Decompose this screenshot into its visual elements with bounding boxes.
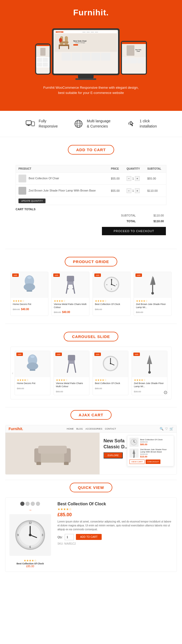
carousel-section: CAROUSEL SLIDE ‹ sale ★★★★☆ Home Decors … (0, 324, 182, 407)
qty-increase-1[interactable]: + (135, 176, 140, 181)
product-grid-section: PRODUCT GRIDE sale ★★★★☆ Home Decors Pot… (0, 249, 182, 324)
qv-product-thumbnail-name: Best Collection Of Clock (16, 562, 44, 565)
product-card-4[interactable]: sale ★★★★☆ Zed Brown Jute Shade Floor La… (134, 272, 172, 316)
cart-item-1-name: Best Collection Of Chair (29, 177, 59, 180)
product-grid: sale ★★★★☆ Home Decors Pot $80.00 $40.00 (5, 272, 177, 316)
product-info-4: ★★★★☆ Zed Brown Jute Shade Floor Lamp Wi… (134, 298, 171, 316)
ajax-nav: HOME BLOG ACCESSORIES CONTACT (67, 428, 116, 430)
svg-rect-61 (64, 462, 69, 465)
carousel-item-1[interactable]: sale ★★★★☆ Home Decors Pot $80.00 (15, 351, 50, 395)
svg-line-47 (74, 364, 76, 372)
add-to-cart-section: ADD TO CART PRODUCT PRICE QUANTITY SUBTO… (0, 137, 182, 249)
search-icon[interactable]: 🔍 (160, 427, 164, 431)
carousel-item-4[interactable]: sale ★★★★☆ Zed Brown Jute Shade Floor La… (132, 351, 167, 395)
popup-item-2-old-price: $150.00 (140, 453, 172, 455)
carousel-item-2[interactable]: sale ★★★★☆ Vienna Metal Patio Chairs Mul… (54, 351, 89, 395)
product-card-3[interactable]: sale 12 6 9 3 ★★★★☆ Best Collection Of C… (93, 272, 131, 316)
svg-rect-44 (68, 355, 75, 361)
svg-point-18 (24, 283, 35, 291)
carousel-old-price-2: $80.00 (56, 390, 63, 393)
wishlist-icon[interactable]: ♡ (165, 427, 168, 431)
product-badge-2: sale (53, 273, 60, 277)
popup-item-1-img (129, 438, 139, 447)
checkout-button[interactable]: CHECKOUT (146, 460, 160, 464)
nav-item-accessories[interactable]: ACCESSORIES (86, 428, 102, 430)
qv-next-arrow[interactable]: → (28, 508, 32, 512)
qty-decrease-2[interactable]: − (127, 188, 131, 193)
phone-mockup (35, 43, 51, 75)
cart-totals: CART TOTALS SUBTOTAL $110.00 TOTAL $110.… (16, 208, 166, 236)
carousel-demo: ‹ sale ★★★★☆ Home Decors Pot $80.00 (10, 347, 172, 399)
globe-icon (73, 119, 84, 129)
nav-item-contact[interactable]: CONTACT (105, 428, 116, 430)
carousel-prev-arrow[interactable]: ‹ (12, 371, 13, 375)
qv-thumb-1[interactable] (20, 502, 24, 506)
carousel-badge-3: sale (94, 353, 101, 356)
qty-increase-2[interactable]: + (135, 188, 140, 193)
qv-thumb-2[interactable] (25, 502, 30, 506)
cart-item-2-product: Zed Brown Jute Shade Floor Lamp With Bro… (16, 185, 108, 197)
cart-item-2-name: Zed Brown Jute Shade Floor Lamp With Bro… (29, 189, 96, 192)
svg-rect-21 (67, 276, 74, 282)
svg-point-43 (30, 355, 35, 358)
product-stars-3: ★★★★☆ (95, 299, 128, 302)
product-card-1[interactable]: sale ★★★★☆ Home Decors Pot $80.00 $40.00 (10, 272, 48, 316)
product-grid-title: PRODUCT GRIDE (5, 257, 177, 266)
carousel-name-2: Vienna Metal Patio Chairs Multi Colour (56, 382, 87, 388)
quick-view-label[interactable]: QUICK VIEW (70, 483, 113, 492)
cart-icon[interactable]: 🛒 (170, 427, 173, 431)
explore-button[interactable]: EXPLORE (103, 452, 123, 458)
svg-point-41 (27, 362, 38, 370)
phone-screen (36, 44, 50, 74)
view-cart-button[interactable]: VIEW CART (129, 460, 145, 464)
cart-demo: PRODUCT PRICE QUANTITY SUBTOTAL Best Col… (5, 160, 177, 241)
carousel-badge-2: sale (55, 353, 62, 356)
qv-thumb-3[interactable] (31, 502, 35, 506)
carousel-name-1: Home Decors Pot (17, 382, 48, 385)
proceed-checkout-button[interactable]: PROCEED TO CHECKOUT (102, 227, 166, 235)
nav-item-blog[interactable]: BLOG (76, 428, 83, 430)
quick-view-title: QUICK VIEW (5, 483, 177, 492)
product-badge-3: sale (94, 273, 101, 277)
quickview-left: → 12 6 9 3 ★★★★☆ Best Collection Of Clo (9, 502, 51, 568)
product-card-2[interactable]: sale ★★★★☆ Vienna Metal Patio Chairs Mul… (51, 272, 89, 316)
popup-item-2: Zed Brown Jute Shade Floor Lamp With Bro… (129, 448, 172, 458)
add-to-cart-label[interactable]: ADD TO CART (68, 145, 114, 155)
cart-item-1-price: $55.00 (108, 173, 124, 185)
svg-text:12: 12 (110, 279, 112, 280)
responsive-icon (25, 119, 36, 129)
qv-thumb-4[interactable] (36, 502, 40, 506)
carousel-label[interactable]: CAROUSEL SLIDE (64, 332, 118, 341)
tablet-screen: New SofaChair (122, 42, 146, 74)
ajax-header: Furnihit. HOME BLOG ACCESSORIES CONTACT … (5, 425, 177, 433)
carousel-item-3[interactable]: sale ★★★★☆ Best Collection Of Clock $85.… (93, 351, 128, 395)
qv-qty-input[interactable] (65, 534, 74, 540)
quick-view-section: QUICK VIEW → 12 6 (0, 480, 182, 577)
carousel-info-3: ★★★★☆ Best Collection Of Clock $85.00 (93, 377, 128, 392)
product-old-price-3: $85.00 (95, 308, 102, 311)
popup-item-1-price: $85.00 (140, 443, 162, 446)
carousel-info-2: ★★★★☆ Vienna Metal Patio Chairs Multi Co… (54, 377, 89, 395)
svg-rect-19 (27, 290, 32, 292)
ajax-cart-label[interactable]: AJAX CART (70, 410, 112, 420)
total-value: $110.00 (138, 219, 166, 224)
update-cart-button[interactable]: UPDATE QUANTITY (18, 199, 46, 203)
product-grid-label[interactable]: PRODUCT GRIDE (65, 257, 118, 266)
qv-add-to-cart-button[interactable]: ADD TO CART (76, 534, 102, 540)
hero-section: Furnihit. (0, 0, 182, 111)
ajax-cart-title: AJAX CART (5, 410, 177, 420)
cart-item-1-subtotal: $55.00 (145, 173, 166, 185)
qv-product-price: £85.00 (57, 512, 173, 518)
qty-decrease-1[interactable]: − (127, 176, 131, 181)
popup-item-2-details: Zed Brown Jute Shade Floor Lamp With Bro… (140, 448, 172, 458)
carousel-name-3: Best Collection Of Clock (95, 382, 126, 385)
product-info-3: ★★★★☆ Best Collection Of Clock $85.00 (93, 298, 130, 313)
svg-point-31 (111, 284, 112, 285)
svg-point-55 (148, 371, 151, 374)
cart-item-2-img (18, 187, 26, 195)
nav-item-home[interactable]: HOME (67, 428, 74, 430)
product-name-4: Zed Brown Jute Shade Floor Lamp Wi... (136, 303, 169, 309)
ajax-logo: Furnihit. (9, 427, 23, 431)
add-to-cart-title: ADD TO CART (5, 145, 177, 155)
cart-item-1-img (18, 175, 26, 182)
